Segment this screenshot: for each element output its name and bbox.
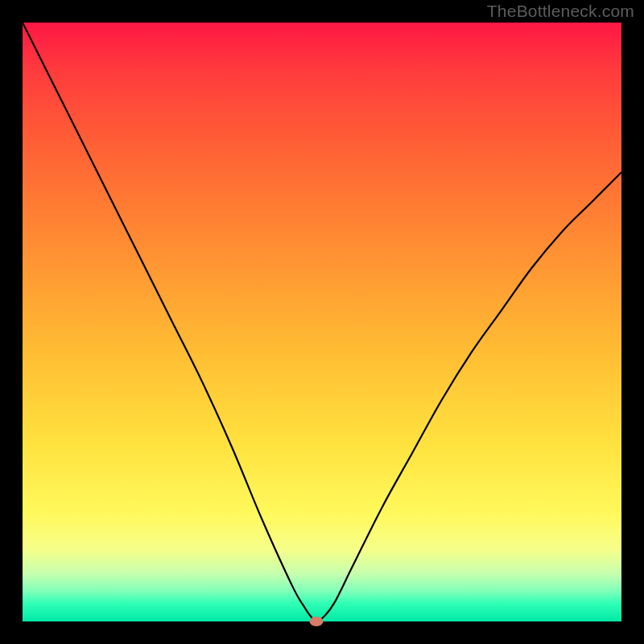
watermark-text: TheBottleneck.com (487, 2, 634, 21)
bottleneck-curve (23, 23, 621, 621)
curve-path (23, 23, 621, 621)
optimal-point-marker (309, 617, 323, 626)
chart-frame: TheBottleneck.com (0, 0, 644, 644)
plot-area (23, 23, 621, 621)
